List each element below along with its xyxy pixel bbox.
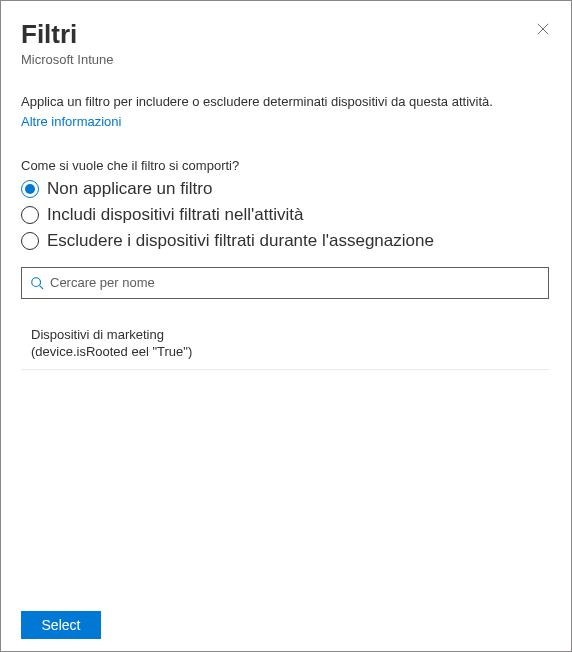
filter-mode-radio-group: Non applicare un filtro Includi disposit… <box>21 179 553 251</box>
list-item-rule: (device.isRooted eel "True") <box>31 344 539 359</box>
radio-label: Escludere i dispositivi filtrati durante… <box>47 231 434 251</box>
close-button[interactable] <box>533 19 553 39</box>
svg-line-3 <box>40 285 44 289</box>
list-item-title: Dispositivi di marketing <box>31 327 539 342</box>
behavior-question: Come si vuole che il filtro si comporti? <box>21 158 553 173</box>
spacer <box>21 370 553 599</box>
panel-subtitle: Microsoft Intune <box>21 52 551 67</box>
radio-icon <box>21 206 39 224</box>
radio-include[interactable]: Includi dispositivi filtrati nell'attivi… <box>21 205 553 225</box>
filter-panel: Filtri Microsoft Intune Applica un filtr… <box>0 0 572 652</box>
radio-exclude[interactable]: Escludere i dispositivi filtrati durante… <box>21 231 553 251</box>
search-box[interactable] <box>21 267 549 299</box>
radio-label: Non applicare un filtro <box>47 179 212 199</box>
radio-do-not-apply[interactable]: Non applicare un filtro <box>21 179 553 199</box>
select-button[interactable]: Select <box>21 611 101 639</box>
panel-footer: Select <box>1 599 571 651</box>
list-item[interactable]: Dispositivi di marketing (device.isRoote… <box>21 319 549 370</box>
description-text: Applica un filtro per includere o esclud… <box>21 94 493 109</box>
svg-point-2 <box>32 277 41 286</box>
panel-header: Filtri Microsoft Intune <box>1 1 571 75</box>
panel-description: Applica un filtro per includere o esclud… <box>1 75 571 131</box>
close-icon <box>536 22 550 36</box>
panel-body: Come si vuole che il filtro si comporti?… <box>1 158 565 599</box>
radio-icon <box>21 180 39 198</box>
radio-icon <box>21 232 39 250</box>
panel-title: Filtri <box>21 19 551 50</box>
search-icon <box>30 276 44 290</box>
filter-list: Dispositivi di marketing (device.isRoote… <box>21 319 549 370</box>
learn-more-link[interactable]: Altre informazioni <box>21 113 551 131</box>
search-input[interactable] <box>50 275 540 290</box>
radio-label: Includi dispositivi filtrati nell'attivi… <box>47 205 303 225</box>
